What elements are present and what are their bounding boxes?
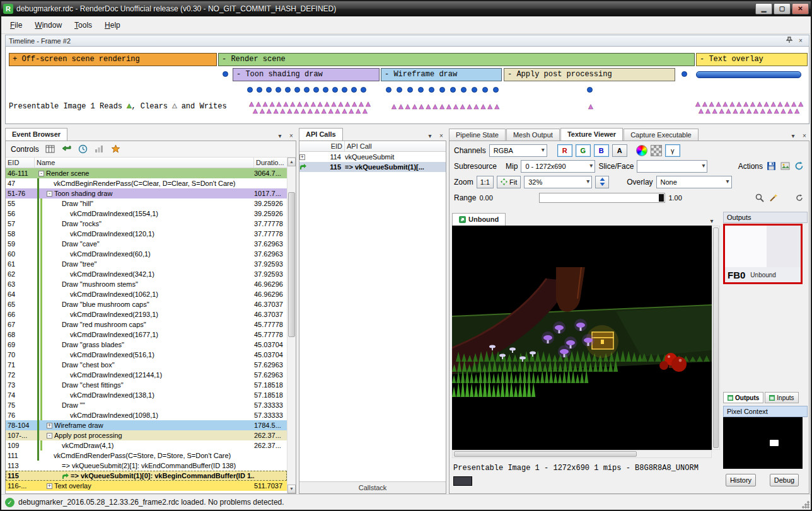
tab-event-browser[interactable]: Event Browser <box>5 128 67 141</box>
zoom-range-icon[interactable] <box>754 192 765 203</box>
timeline-event-dot[interactable] <box>439 87 445 93</box>
tree-expander[interactable]: + <box>47 423 52 428</box>
api-call-row[interactable]: +114vkQueueSubmit <box>299 152 446 162</box>
slice-face-select[interactable] <box>637 160 707 173</box>
close-icon[interactable]: × <box>796 37 806 45</box>
event-row[interactable]: 56vkCmdDrawIndexed(1554,1)39.25926 <box>6 209 287 219</box>
texture-hscrollbar[interactable] <box>452 450 712 458</box>
timeline-event-dot[interactable] <box>323 87 328 93</box>
menu-window[interactable]: Window <box>28 18 68 32</box>
timeline-bar[interactable]: - Toon shading draw <box>233 68 380 81</box>
title-bar[interactable]: R debugmarker.rdc - RenderDoc Unofficial… <box>1 1 811 16</box>
timeline-canvas[interactable]: + Off-screen scene rendering- Render sce… <box>5 47 809 124</box>
tab-api-calls[interactable]: API Calls <box>299 128 343 141</box>
column-name[interactable]: Name <box>35 158 254 168</box>
close-button[interactable]: ✕ <box>792 3 809 14</box>
bookmark-icon[interactable] <box>110 144 121 154</box>
event-row[interactable]: 46-111-Render scene3064.7... <box>6 168 287 178</box>
stats-icon[interactable] <box>94 144 105 154</box>
range-max-value[interactable]: 1.00 <box>668 194 693 202</box>
event-row[interactable]: 61Draw "tree"37.92593 <box>6 259 287 269</box>
event-row[interactable]: 76vkCmdDrawIndexed(1098,1)57.33333 <box>6 410 287 420</box>
tree-expander[interactable]: + <box>47 483 52 489</box>
callstack-section[interactable]: Callstack <box>299 481 446 493</box>
channel-r-toggle[interactable]: R <box>557 144 572 157</box>
timeline-event-dot[interactable] <box>276 87 281 93</box>
debug-button[interactable]: Debug <box>770 474 799 486</box>
menu-file[interactable]: File <box>4 18 28 32</box>
timeline-event-dot[interactable] <box>397 87 402 93</box>
zoom-level-select[interactable]: 32% <box>524 176 592 188</box>
timeline-bar[interactable]: - Apply post processing <box>504 68 675 81</box>
history-button[interactable]: History <box>726 474 756 486</box>
colorwheel-icon[interactable] <box>636 145 647 156</box>
event-row[interactable]: 116-...+Text overlay511.7037 <box>6 481 287 491</box>
range-min-value[interactable]: 0.00 <box>479 194 536 202</box>
menu-help[interactable]: Help <box>98 18 127 32</box>
timeline-event-dot[interactable] <box>294 87 300 93</box>
event-row[interactable]: 66vkCmdDrawIndexed(2193,1)46.37037 <box>6 309 287 319</box>
zoom-1to1-button[interactable]: 1:1 <box>477 176 494 188</box>
timeline-event-dot[interactable] <box>450 87 456 93</box>
select-columns-icon[interactable] <box>45 144 55 154</box>
tab-outputs[interactable]: Outputs <box>723 392 763 403</box>
tab-pipeline-state[interactable]: Pipeline State <box>449 129 506 141</box>
timeline-event-dot[interactable] <box>223 71 228 77</box>
event-row[interactable]: 111vkCmdEndRenderPass(C=Store, D=Store, … <box>6 451 287 461</box>
channel-g-toggle[interactable]: G <box>576 144 591 157</box>
channel-b-toggle[interactable]: B <box>594 144 609 157</box>
event-row[interactable]: 55Draw "hill"39.25926 <box>6 198 287 209</box>
tab-texture-viewer[interactable]: Texture Viewer <box>560 128 623 141</box>
channel-a-toggle[interactable]: A <box>612 144 627 157</box>
timeline-bar[interactable]: + Off-screen scene rendering <box>9 53 217 66</box>
pixel-context-view[interactable] <box>723 417 803 469</box>
timeline-event-dot[interactable] <box>342 87 347 93</box>
timeline-event-dot[interactable] <box>266 87 272 93</box>
overlay-select[interactable]: None <box>656 176 732 188</box>
event-row[interactable]: 107-...-Apply post processing262.37... <box>6 430 287 440</box>
timeline-event-dot[interactable] <box>361 87 366 93</box>
event-row[interactable]: 78-104+Wireframe draw1784.5... <box>6 420 287 430</box>
minimize-button[interactable]: ▁ <box>755 3 772 14</box>
timeline-event-dot[interactable] <box>247 87 253 93</box>
tree-expander[interactable]: - <box>47 191 52 197</box>
event-row[interactable]: 59Draw "cave"37.62963 <box>6 239 287 249</box>
event-row[interactable]: 115=> vkQueueSubmit(1)[0]: vkBeginComman… <box>6 471 287 481</box>
event-row[interactable]: 51-76-Toon shading draw1017.7... <box>6 188 287 198</box>
event-browser-scrollbar[interactable]: ▲ ▼ <box>287 158 296 493</box>
resize-grip[interactable] <box>801 500 809 508</box>
pin-icon[interactable] <box>784 37 794 45</box>
zoom-fit-button[interactable]: Fit <box>497 176 521 188</box>
timeline-event-dot[interactable] <box>332 87 338 93</box>
open-image-icon[interactable] <box>780 161 791 171</box>
gamma-toggle[interactable]: γ <box>665 144 680 157</box>
event-row[interactable]: 62vkCmdDrawIndexed(342,1)37.92593 <box>6 269 287 279</box>
close-icon[interactable]: × <box>799 132 809 141</box>
chevron-down-icon[interactable]: ▾ <box>275 132 285 141</box>
timeline-activity-bar[interactable] <box>696 71 801 78</box>
flip-y-button[interactable] <box>595 176 609 188</box>
chevron-down-icon[interactable]: ▾ <box>425 132 435 141</box>
chevron-down-icon[interactable]: ▾ <box>788 132 798 141</box>
mip-select[interactable]: 0 - 1272x690 <box>521 160 595 173</box>
tree-expander[interactable]: + <box>299 154 305 160</box>
close-icon[interactable]: × <box>436 132 446 141</box>
event-row[interactable]: 72vkCmdDrawIndexed(12144,1)57.62963 <box>6 370 287 380</box>
event-row[interactable]: 68vkCmdDrawIndexed(1677,1)45.77778 <box>6 330 287 340</box>
timeline-bar[interactable]: - Text overlay <box>696 53 808 66</box>
maximize-button[interactable]: ▢ <box>774 3 791 14</box>
tab-capture-executable[interactable]: Capture Executable <box>624 129 699 141</box>
timeline-bar[interactable]: - Wireframe draw <box>381 68 502 81</box>
range-reset-icon[interactable] <box>794 192 804 203</box>
tree-expander[interactable]: - <box>38 171 44 176</box>
api-call-row[interactable]: 115=> vkQueueSubmit(1)[... <box>299 162 446 172</box>
event-row[interactable]: 70vkCmdDrawIndexed(516,1)45.03704 <box>6 350 287 360</box>
timeline-event-dot[interactable] <box>429 87 434 93</box>
menu-tools[interactable]: Tools <box>68 18 98 32</box>
texture-view[interactable] <box>452 226 712 450</box>
timeline-event-dot[interactable] <box>587 87 593 93</box>
event-row[interactable]: 47vkCmdBeginRenderPass(C=Clear, D=Clear,… <box>6 178 287 188</box>
timeline-event-dot[interactable] <box>386 87 392 93</box>
timeline-event-dot[interactable] <box>285 87 291 93</box>
close-icon[interactable]: × <box>286 132 296 141</box>
